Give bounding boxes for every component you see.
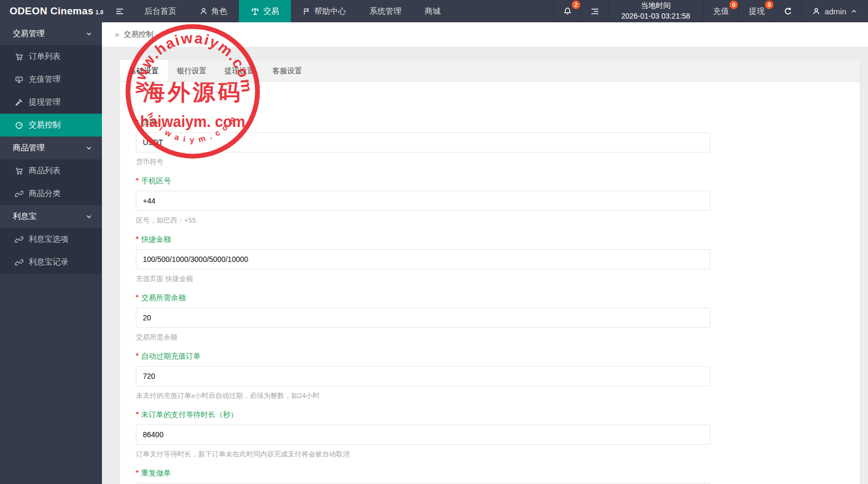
quick-amount-input[interactable] xyxy=(136,249,710,269)
nav-item-label: 系统管理 xyxy=(369,6,401,16)
sidebar-item-recharge-manage[interactable]: 充值管理 xyxy=(0,68,102,91)
required-asterisk: * xyxy=(136,410,139,418)
nav-item-label: 商城 xyxy=(425,6,441,16)
phone-code-input[interactable] xyxy=(136,191,710,211)
local-time-label: 当地时间 xyxy=(616,1,695,11)
nav-item-system[interactable]: 系统管理 xyxy=(358,0,413,22)
sidebar-item-goods-category[interactable]: 商品分类 xyxy=(0,182,102,205)
navbar-right: 2 当地时间 2026-01-03 03:21:58 充值 0 提现 0 adm… xyxy=(554,0,868,22)
required-asterisk: * xyxy=(136,118,139,126)
recharge-label: 充值 xyxy=(713,6,729,16)
form-field-repeat-order: *重复做单 xyxy=(136,469,844,484)
trade-balance-input[interactable] xyxy=(136,308,710,328)
form-field-auto-expire: *自动过期充值订单 未支付的充值订单x小时后自动过期，必须为整数，如24小时 xyxy=(136,352,844,401)
sidebar-group-label: 商品管理 xyxy=(13,143,45,153)
auto-expire-input[interactable] xyxy=(136,366,710,386)
right-panel-toggle[interactable] xyxy=(581,0,608,22)
sidebar-item-label: 利息宝选项 xyxy=(29,234,68,244)
withdraw-label: 提现 xyxy=(749,6,764,16)
main-area: » 交易控制 基础设置 银行设置 提现设置 客服设置 *货币 货币符号 *手机区… xyxy=(102,22,868,484)
sidebar-group-interest[interactable]: 利息宝 xyxy=(0,205,102,228)
basic-settings-form: *货币 货币符号 *手机区号 区号，如巴西：+55 *快捷金额 充值页面 快捷金… xyxy=(120,82,860,484)
sidebar-submenu-trade: 订单列表 充值管理 提现管理 交易控制 xyxy=(0,45,102,137)
field-label: *交易所需余额 xyxy=(136,293,844,303)
user-icon xyxy=(812,7,820,15)
nav-item-trade[interactable]: 交易 xyxy=(239,0,291,22)
recharge-board-icon xyxy=(15,75,23,84)
sidebar-item-label: 充值管理 xyxy=(29,74,61,84)
field-help: 充值页面 快捷金额 xyxy=(136,274,844,284)
tab-basic-settings[interactable]: 基础设置 xyxy=(120,60,168,81)
chevron-down-icon xyxy=(85,30,92,37)
sidebar-item-label: 商品分类 xyxy=(29,189,61,199)
chevron-down-icon xyxy=(85,213,92,220)
currency-input[interactable] xyxy=(136,132,710,152)
sidebar-submenu-interest: 利息宝选项 利息宝记录 xyxy=(0,228,102,274)
nav-item-mall[interactable]: 商城 xyxy=(413,0,452,22)
hamburger-icon xyxy=(115,7,124,16)
field-label: *手机区号 xyxy=(136,176,844,186)
settings-tabs: 基础设置 银行设置 提现设置 客服设置 xyxy=(120,60,860,82)
notifications-button[interactable]: 2 xyxy=(554,0,581,22)
sidebar-group-goods[interactable]: 商品管理 xyxy=(0,137,102,159)
sidebar-item-label: 交易控制 xyxy=(29,120,61,130)
gavel-icon xyxy=(15,98,23,107)
recharge-link[interactable]: 充值 0 xyxy=(703,0,738,22)
tab-withdraw-settings[interactable]: 提现设置 xyxy=(216,60,263,81)
link-icon xyxy=(15,258,23,267)
sidebar-item-interest-records[interactable]: 利息宝记录 xyxy=(0,251,102,274)
local-time: 当地时间 2026-01-03 03:21:58 xyxy=(608,0,703,22)
sidebar-item-goods-list[interactable]: 商品列表 xyxy=(0,159,102,182)
sidebar: 交易管理 订单列表 充值管理 提现管理 交易控制 商品管理 商品列表 xyxy=(0,22,102,484)
form-field-quick-amount: *快捷金额 充值页面 快捷金额 xyxy=(136,235,844,284)
sidebar-item-label: 利息宝记录 xyxy=(29,257,68,267)
sidebar-collapse-button[interactable] xyxy=(106,0,133,22)
sidebar-item-withdraw-manage[interactable]: 提现管理 xyxy=(0,91,102,114)
breadcrumb-separator-icon: » xyxy=(115,30,119,39)
sidebar-submenu-goods: 商品列表 商品分类 xyxy=(0,159,102,205)
link-icon xyxy=(15,235,23,244)
nav-item-roles[interactable]: 角色 xyxy=(188,0,239,22)
gauge-icon xyxy=(15,121,23,130)
user-menu[interactable]: admin xyxy=(801,0,868,22)
tab-label: 客服设置 xyxy=(272,66,302,75)
payment-wait-input[interactable] xyxy=(136,424,710,445)
user-icon xyxy=(200,7,208,15)
sidebar-item-label: 商品列表 xyxy=(29,166,61,176)
sidebar-group-label: 利息宝 xyxy=(13,211,37,222)
cart-icon xyxy=(15,167,23,175)
sidebar-item-label: 订单列表 xyxy=(29,52,61,62)
required-asterisk: * xyxy=(136,176,139,184)
sidebar-item-trade-control[interactable]: 交易控制 xyxy=(0,114,102,137)
field-help: 区号，如巴西：+55 xyxy=(136,216,844,225)
bell-icon xyxy=(563,7,572,15)
withdraw-link[interactable]: 提现 0 xyxy=(738,0,774,22)
withdraw-badge: 0 xyxy=(765,1,774,9)
nav-item-help-center[interactable]: 帮助中心 xyxy=(291,0,358,22)
page-background: 基础设置 银行设置 提现设置 客服设置 *货币 货币符号 *手机区号 区号，如巴… xyxy=(102,47,868,484)
required-asterisk: * xyxy=(136,352,139,360)
field-help: 订单支付等待时长，新下订单未在此时间内容完成支付将会被自动取消 xyxy=(136,449,844,459)
required-asterisk: * xyxy=(136,235,139,243)
sidebar-item-interest-options[interactable]: 利息宝选项 xyxy=(0,228,102,251)
required-asterisk: * xyxy=(136,469,139,477)
form-field-currency: *货币 货币符号 xyxy=(136,118,844,167)
sidebar-item-label: 提现管理 xyxy=(29,97,61,107)
sidebar-item-order-list[interactable]: 订单列表 xyxy=(0,45,102,68)
form-field-phone-code: *手机区号 区号，如巴西：+55 xyxy=(136,176,844,225)
field-label: *货币 xyxy=(136,118,844,128)
refresh-button[interactable] xyxy=(774,0,801,22)
username: admin xyxy=(824,7,846,16)
nav-item-label: 交易 xyxy=(263,6,279,16)
sidebar-group-trade[interactable]: 交易管理 xyxy=(0,22,102,45)
tab-label: 银行设置 xyxy=(177,66,207,75)
nav-item-label: 帮助中心 xyxy=(314,6,346,16)
nav-item-home[interactable]: 后台首页 xyxy=(133,0,188,22)
breadcrumb-current: 交易控制 xyxy=(124,30,153,39)
refresh-icon xyxy=(784,7,793,16)
field-help: 货币符号 xyxy=(136,157,844,167)
tab-service-settings[interactable]: 客服设置 xyxy=(263,60,311,81)
link-icon xyxy=(15,190,23,198)
tab-bank-settings[interactable]: 银行设置 xyxy=(168,60,216,81)
nav-item-label: 角色 xyxy=(211,6,227,16)
